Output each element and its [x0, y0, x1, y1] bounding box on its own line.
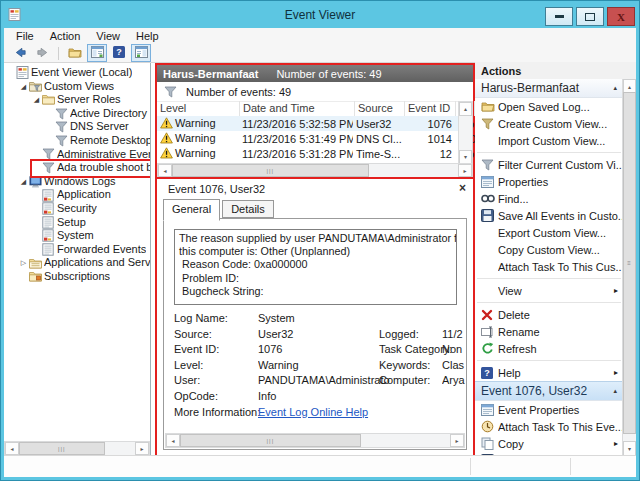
scroll-left-icon[interactable]: ◂	[5, 442, 19, 455]
actions-section-header-event-1076-user32[interactable]: Event 1076, User32▴	[475, 381, 623, 401]
tree-item-dns-server[interactable]: DNS Server	[4, 120, 150, 134]
action-item-refresh[interactable]: Refresh	[475, 340, 623, 357]
menu-item-file[interactable]: File	[8, 29, 42, 43]
scroll-up-icon[interactable]: ▴	[459, 102, 472, 116]
expander-expanded-icon[interactable]: ◢	[31, 93, 42, 107]
menu-item-help[interactable]: Help	[128, 29, 167, 43]
action-item-delete[interactable]: Delete	[475, 306, 623, 323]
scroll-left-icon[interactable]: ◂	[158, 164, 172, 177]
minimize-button[interactable]	[545, 7, 573, 26]
tree-item-event-viewer-local[interactable]: Event Viewer (Local)	[4, 66, 150, 80]
event-row[interactable]: Warning11/23/2016 5:31:28 PMTime-S...12N…	[157, 146, 459, 161]
actions-section-header-harus-bermanfaat[interactable]: Harus-Bermanfaat▴	[475, 79, 623, 98]
menu-item-view[interactable]: View	[88, 29, 128, 43]
open-log-button[interactable]	[65, 44, 85, 62]
event-detail-header: Event 1076, User32 ×	[157, 179, 473, 199]
action-item-event-properties[interactable]: Event Properties	[475, 401, 623, 418]
action-item-help[interactable]: ?Help▸	[475, 364, 623, 381]
expander-expanded-icon[interactable]: ◢	[18, 80, 29, 94]
help-icon: ?	[481, 367, 498, 379]
action-item-view[interactable]: View▸	[475, 282, 623, 299]
show-action-pane-toggle[interactable]	[131, 44, 151, 62]
collapse-section-icon[interactable]: ▴	[613, 84, 617, 92]
action-item-find[interactable]: Find...	[475, 190, 623, 207]
tree-item-subscriptions[interactable]: Subscriptions	[4, 270, 150, 284]
action-item-import-custom-view[interactable]: Import Custom View...	[475, 132, 623, 149]
expander-collapsed-icon[interactable]: ▷	[18, 256, 29, 270]
scrollbar-track[interactable]	[369, 164, 458, 177]
scrollbar-track[interactable]	[105, 442, 135, 455]
detail-horizontal-scrollbar[interactable]: ◂ ||| ▸	[165, 433, 465, 448]
scroll-right-icon[interactable]: ▸	[458, 164, 472, 177]
action-item-properties[interactable]: Properties	[475, 173, 623, 190]
column-header-event-id[interactable]: Event ID	[405, 101, 456, 116]
events-vertical-scrollbar[interactable]: ▴ ▾	[458, 101, 473, 165]
column-header-source[interactable]: Source	[355, 101, 405, 116]
forward-button[interactable]	[32, 44, 52, 62]
show-console-tree-toggle[interactable]	[87, 44, 107, 62]
collapse-section-icon[interactable]: ▴	[613, 387, 617, 395]
event-description-box: The reason supplied by user PANDUTAMA\Ad…	[174, 229, 457, 305]
tree-item-forwarded-events[interactable]: Forwarded Events	[4, 243, 150, 257]
event-level-text: Warning	[175, 132, 216, 144]
tree-item-custom-views[interactable]: ◢Custom Views	[4, 80, 150, 94]
more-information-label: More Information:	[174, 406, 258, 418]
scrollbar-thumb[interactable]: |||	[180, 434, 361, 447]
close-detail-icon[interactable]: ×	[459, 181, 466, 195]
tab-details[interactable]: Details	[222, 200, 274, 218]
scroll-right-icon[interactable]: ▸	[450, 434, 464, 447]
action-item-copy-custom-view[interactable]: Copy Custom View...	[475, 241, 623, 258]
tree-item-security[interactable]: Security	[4, 202, 150, 216]
tree-item-active-directory-dom[interactable]: Active Directory Dom	[4, 107, 150, 121]
scroll-right-icon[interactable]: ▸	[135, 442, 149, 455]
log-icon	[42, 229, 57, 242]
column-header-level[interactable]: Level	[157, 101, 240, 116]
action-item-attach-task-to-this-eve[interactable]: Attach Task To This Eve...	[475, 418, 623, 435]
tree-horizontal-scrollbar[interactable]: ◂ ||| ▸	[4, 441, 150, 456]
refresh-icon	[481, 342, 498, 355]
scrollbar-track[interactable]	[361, 434, 450, 447]
scrollbar-thumb[interactable]: |||	[19, 442, 105, 455]
tree-item-setup[interactable]: Setup	[4, 216, 150, 230]
action-item-rename[interactable]: Rename	[475, 323, 623, 340]
event-row[interactable]: Warning11/23/2016 5:31:49 PMDNS Cl...101…	[157, 131, 459, 146]
back-button[interactable]	[10, 44, 30, 62]
action-item-open-saved-log[interactable]: Open Saved Log...	[475, 98, 623, 115]
action-item-label: View	[498, 285, 614, 297]
maximize-button[interactable]	[576, 7, 604, 26]
scroll-down-icon[interactable]: ▾	[459, 150, 472, 164]
menu-item-action[interactable]: Action	[42, 29, 89, 43]
action-item-save-all-events-in-custo[interactable]: Save All Events in Custo...	[475, 207, 623, 224]
actions-vertical-scrollbar[interactable]: ▴ ≡ ▾	[622, 79, 636, 456]
scroll-down-icon[interactable]: ▾	[623, 441, 636, 456]
tab-general[interactable]: General	[163, 199, 220, 221]
column-header-date-and-time[interactable]: Date and Time	[240, 101, 355, 116]
field-label: Source:	[174, 328, 258, 340]
scrollbar-thumb[interactable]: ≡	[623, 92, 636, 434]
title-bar[interactable]: Event Viewer X	[4, 3, 636, 28]
close-button[interactable]: X	[607, 7, 635, 26]
action-item-export-custom-view[interactable]: Export Custom View...	[475, 224, 623, 241]
filter-icon	[55, 121, 70, 133]
events-horizontal-scrollbar[interactable]: ◂ ||| ▸	[157, 163, 473, 178]
tree-item-label: Setup	[57, 216, 86, 230]
action-item-attach-task-to-this-cus[interactable]: Attach Task To This Cus...	[475, 258, 623, 275]
action-item-copy[interactable]: Copy▸	[475, 435, 623, 452]
expander-expanded-icon[interactable]: ◢	[18, 175, 29, 189]
tree-item-applications-and-services-lo[interactable]: ▷Applications and Services Lo	[4, 256, 150, 270]
help-button[interactable]: ?	[109, 44, 129, 62]
scrollbar-thumb[interactable]: |||	[172, 164, 369, 177]
warning-icon	[160, 117, 175, 131]
tree-item-remote-desktop-serv[interactable]: Remote Desktop Serv	[4, 134, 150, 148]
scroll-left-icon[interactable]: ◂	[166, 434, 180, 447]
event-log-online-help-link[interactable]: Event Log Online Help	[258, 406, 406, 418]
field-label: User:	[174, 374, 258, 386]
action-item-create-custom-view[interactable]: Create Custom View...	[475, 115, 623, 132]
tree-item-application[interactable]: Application	[4, 188, 150, 202]
event-row[interactable]: Warning11/23/2016 5:32:58 PMUser321076No	[157, 116, 459, 131]
tree-item-server-roles[interactable]: ◢Server Roles	[4, 93, 150, 107]
action-item-filter-current-custom-vi[interactable]: Filter Current Custom Vi...	[475, 156, 623, 173]
tree-item-system[interactable]: System	[4, 229, 150, 243]
warning-icon	[160, 132, 175, 146]
description-line: Problem ID:	[179, 272, 452, 285]
